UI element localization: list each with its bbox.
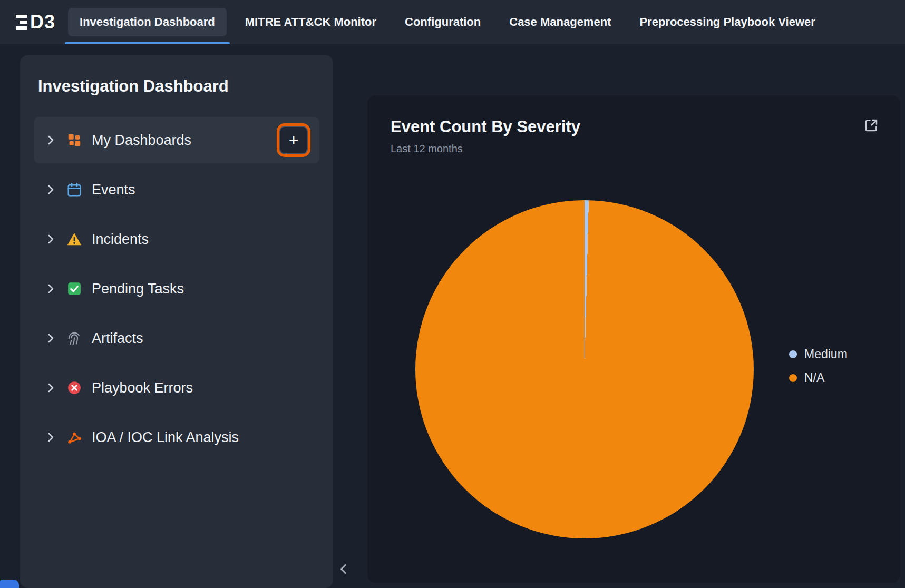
legend-label: N/A: [804, 371, 824, 385]
legend-dot: [789, 374, 797, 382]
sidebar-item-playbook-errors[interactable]: Playbook Errors: [34, 365, 319, 411]
chevron-right-icon: [44, 381, 57, 394]
add-dashboard-button[interactable]: +: [279, 126, 308, 154]
tab-label: MITRE ATT&CK Monitor: [245, 8, 376, 36]
tab-label: Configuration: [405, 8, 481, 36]
dashboards-grid-icon: [66, 132, 82, 148]
sidebar-item-my-dashboards[interactable]: My Dashboards +: [34, 117, 319, 163]
widget-subtitle: Last 12 months: [391, 143, 877, 155]
open-in-new-icon[interactable]: [862, 116, 880, 134]
sidebar-item-artifacts[interactable]: Artifacts: [34, 315, 319, 361]
chevron-right-icon: [44, 282, 57, 295]
calendar-icon: [66, 182, 82, 198]
legend-item-na[interactable]: N/A: [789, 371, 848, 385]
tab-case-management[interactable]: Case Management: [495, 0, 625, 44]
widget-title: Event Count By Severity: [391, 117, 877, 136]
d3-logo-icon: [16, 15, 27, 30]
tab-investigation-dashboard[interactable]: Investigation Dashboard: [64, 0, 231, 44]
chevron-right-icon: [44, 183, 57, 196]
warning-triangle-icon: [66, 231, 82, 247]
sidebar-item-label: Artifacts: [92, 330, 312, 347]
investigation-sidebar: Investigation Dashboard My Dashboards + …: [20, 55, 333, 588]
chevron-right-icon: [44, 233, 57, 246]
sidebar-item-label: Pending Tasks: [92, 281, 312, 297]
tab-mitre-attck-monitor[interactable]: MITRE ATT&CK Monitor: [231, 0, 391, 44]
nav-tabs: Investigation Dashboard MITRE ATT&CK Mon…: [64, 0, 830, 44]
sidebar-item-incidents[interactable]: Incidents: [34, 216, 319, 262]
sidebar-item-label: Incidents: [92, 231, 312, 248]
check-square-icon: [66, 281, 82, 297]
chevron-right-icon: [44, 431, 57, 444]
tab-label: Case Management: [509, 8, 611, 36]
error-circle-icon: [66, 380, 82, 396]
fingerprint-icon: [66, 330, 82, 346]
severity-pie[interactable]: [415, 200, 754, 538]
chevron-right-icon: [44, 332, 57, 345]
sidebar-title: Investigation Dashboard: [38, 77, 319, 96]
tab-preprocessing-playbook-viewer[interactable]: Preprocessing Playbook Viewer: [625, 0, 829, 44]
sidebar-item-events[interactable]: Events: [34, 166, 319, 213]
legend-label: Medium: [804, 347, 848, 361]
sidebar-item-label: IOA / IOC Link Analysis: [92, 429, 312, 446]
chevron-left-icon: [336, 562, 351, 576]
chevron-right-icon: [44, 134, 57, 146]
collapse-sidebar-button[interactable]: [333, 558, 354, 580]
legend-dot: [789, 350, 797, 358]
link-network-icon: [66, 429, 82, 445]
d3-logo[interactable]: D3: [16, 11, 55, 33]
tab-label: Investigation Dashboard: [68, 8, 227, 36]
tab-configuration[interactable]: Configuration: [391, 0, 495, 44]
bottom-left-accent: [0, 580, 19, 588]
sidebar-item-ioa-ioc-link-analysis[interactable]: IOA / IOC Link Analysis: [34, 414, 319, 460]
event-count-by-severity-widget: Event Count By Severity Last 12 months M…: [367, 95, 900, 583]
sidebar-item-label: My Dashboards: [92, 132, 270, 149]
sidebar-item-label: Playbook Errors: [92, 380, 312, 396]
chart-legend: Medium N/A: [789, 347, 848, 385]
tab-label: Preprocessing Playbook Viewer: [639, 8, 815, 36]
top-nav: D3 Investigation Dashboard MITRE ATT&CK …: [0, 0, 905, 44]
d3-logo-text: D3: [30, 11, 55, 33]
legend-item-medium[interactable]: Medium: [789, 347, 848, 361]
sidebar-item-pending-tasks[interactable]: Pending Tasks: [34, 266, 319, 312]
sidebar-item-label: Events: [92, 182, 312, 198]
